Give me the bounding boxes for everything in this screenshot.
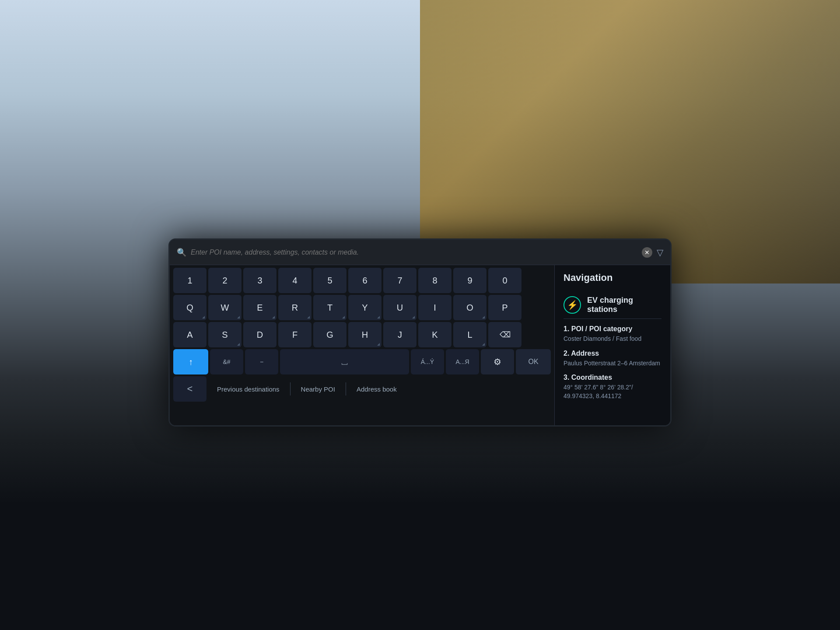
address-value: Paulus Potterstraat 2–6 Amsterdam (564, 359, 662, 368)
key-8[interactable]: 8 (418, 268, 452, 293)
key-9[interactable]: 9 (453, 268, 486, 293)
bottom-nav-row: < Previous destinations Nearby POI Addre… (173, 376, 551, 402)
zxcv-row: ↑ &# − ⎵ Á...Ý А...Я ⚙ OK (173, 349, 551, 374)
search-bar: 🔍 ✕ ▽ (170, 240, 670, 265)
key-5[interactable]: 5 (313, 268, 346, 293)
back-button[interactable]: < (173, 376, 206, 402)
divider1 (290, 382, 290, 396)
shift-button[interactable]: ↑ (173, 349, 208, 374)
key-y[interactable]: Y (348, 295, 382, 320)
asdf-row: A S D F G H J K L ⌫ (173, 322, 551, 347)
key-d[interactable]: D (243, 322, 276, 347)
car-screen: 🔍 ✕ ▽ 1 2 3 4 5 6 7 8 9 0 Q W (168, 238, 672, 427)
key-ampersand[interactable]: &# (210, 349, 243, 374)
coordinates-value: 49° 58' 27.6" 8° 26' 28.2"/ 49.974323, 8… (564, 383, 662, 400)
address-title: Address (571, 350, 599, 357)
key-6[interactable]: 6 (348, 268, 382, 293)
keyboard-panel: 1 2 3 4 5 6 7 8 9 0 Q W E R T Y U I (170, 265, 555, 425)
key-e[interactable]: E (243, 295, 276, 320)
key-1[interactable]: 1 (173, 268, 206, 293)
key-4[interactable]: 4 (278, 268, 312, 293)
key-q[interactable]: Q (173, 295, 206, 320)
key-accents-cyrillic[interactable]: А...Я (446, 349, 479, 374)
address-book-link[interactable]: Address book (348, 385, 406, 393)
key-s[interactable]: S (208, 322, 242, 347)
key-2[interactable]: 2 (208, 268, 242, 293)
poi-number: 1. (564, 325, 569, 332)
key-i[interactable]: I (418, 295, 452, 320)
clear-button[interactable]: ✕ (642, 247, 652, 258)
ev-charging-icon: ⚡ (564, 296, 581, 314)
key-h[interactable]: H (348, 322, 382, 347)
poi-section: 1. POI / POI category Coster Diamonds / … (564, 325, 662, 343)
filter-button[interactable]: ▽ (657, 247, 663, 258)
coordinates-section-title: 3. Coordinates (564, 374, 662, 382)
search-input[interactable] (191, 248, 637, 256)
key-o[interactable]: O (453, 295, 486, 320)
settings-key[interactable]: ⚙ (481, 349, 514, 374)
key-0[interactable]: 0 (488, 268, 522, 293)
address-section-title: 2. Address (564, 350, 662, 357)
poi-value: Coster Diamonds / Fast food (564, 335, 662, 343)
key-3[interactable]: 3 (243, 268, 276, 293)
key-f[interactable]: F (278, 322, 312, 347)
key-w[interactable]: W (208, 295, 242, 320)
key-r[interactable]: R (278, 295, 312, 320)
key-l[interactable]: L (453, 322, 486, 347)
key-j[interactable]: J (383, 322, 416, 347)
nearby-poi-link[interactable]: Nearby POI (292, 385, 344, 393)
key-k[interactable]: K (418, 322, 452, 347)
poi-section-title: 1. POI / POI category (564, 325, 662, 333)
qwerty-row: Q W E R T Y U I O P (173, 295, 551, 320)
poi-title: POI / POI category (571, 325, 633, 332)
number-row: 1 2 3 4 5 6 7 8 9 0 (173, 268, 551, 293)
coordinates-number: 3. (564, 374, 569, 381)
key-t[interactable]: T (313, 295, 346, 320)
prev-destinations-link[interactable]: Previous destinations (208, 385, 288, 393)
address-number: 2. (564, 350, 569, 357)
navigation-title: Navigation (564, 272, 662, 284)
coordinates-title: Coordinates (571, 374, 612, 381)
ev-stations-label: EV charging stations (587, 296, 662, 314)
key-a[interactable]: A (173, 322, 206, 347)
divider2 (346, 382, 346, 396)
search-icon: 🔍 (177, 248, 186, 257)
key-g[interactable]: G (313, 322, 346, 347)
ok-button[interactable]: OK (516, 349, 551, 374)
key-accents-latin[interactable]: Á...Ý (411, 349, 444, 374)
key-dash[interactable]: − (245, 349, 278, 374)
navigation-panel: Navigation ⚡ EV charging stations 1. POI… (555, 265, 670, 425)
backspace-button[interactable]: ⌫ (488, 322, 522, 347)
space-bar[interactable]: ⎵ (280, 349, 409, 374)
key-u[interactable]: U (383, 295, 416, 320)
ev-stations-item[interactable]: ⚡ EV charging stations (564, 291, 662, 319)
coordinates-section: 3. Coordinates 49° 58' 27.6" 8° 26' 28.2… (564, 374, 662, 400)
address-section: 2. Address Paulus Potterstraat 2–6 Amste… (564, 350, 662, 368)
main-content: 1 2 3 4 5 6 7 8 9 0 Q W E R T Y U I (170, 265, 670, 425)
key-p[interactable]: P (488, 295, 522, 320)
key-7[interactable]: 7 (383, 268, 416, 293)
